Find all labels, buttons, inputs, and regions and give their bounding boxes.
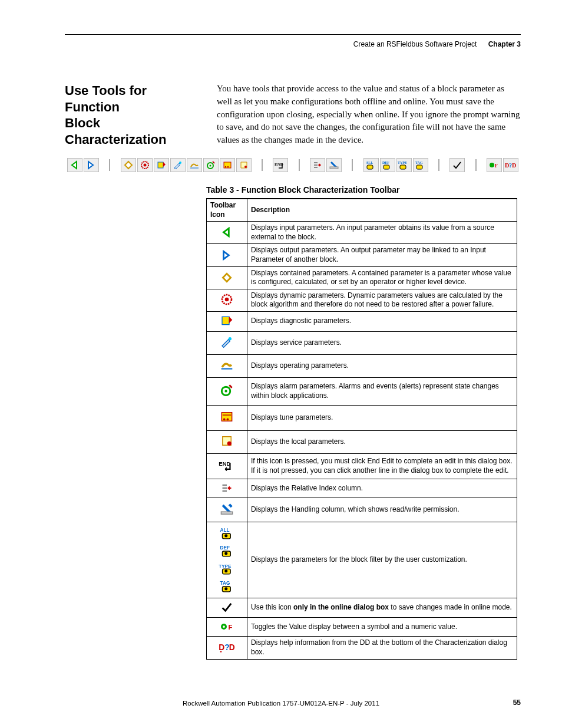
- table-row: Displays the Handling column, which show…: [207, 498, 517, 522]
- filter-all-icon[interactable]: ALL: [363, 158, 379, 172]
- svg-text:D: D: [229, 643, 235, 652]
- svg-text:TYPE: TYPE: [219, 564, 232, 569]
- dynamic-param-icon[interactable]: [137, 158, 153, 172]
- col-header-desc: Description: [247, 199, 517, 222]
- row-desc: Displays the local parameters.: [247, 430, 517, 453]
- svg-point-37: [223, 418, 226, 420]
- header-chapter: Chapter 3: [488, 40, 521, 48]
- svg-point-40: [227, 441, 232, 445]
- svg-rect-23: [416, 165, 422, 169]
- svg-text:TAG: TAG: [415, 161, 423, 164]
- input-param-icon[interactable]: [67, 158, 82, 172]
- row-desc: Toggles the Value display between a symb…: [247, 617, 517, 637]
- filter-tag-icon[interactable]: TAG: [413, 158, 428, 172]
- service-param-icon[interactable]: [170, 158, 186, 172]
- table-row: Displays alarm parameters. Alarms and ev…: [207, 377, 517, 405]
- dd-help-icon: D?D: [218, 640, 236, 655]
- operating-param-icon[interactable]: [187, 158, 202, 172]
- svg-point-3: [179, 162, 181, 164]
- contained-param-icon[interactable]: [121, 158, 136, 172]
- svg-point-64: [220, 651, 222, 653]
- svg-text:DEF: DEF: [382, 161, 389, 164]
- svg-rect-15: [330, 167, 338, 169]
- header-title: Create an RSFieldbus Software Project: [353, 40, 477, 48]
- table-row: D?D Displays help information from the D…: [207, 637, 517, 659]
- output-param-icon[interactable]: [84, 158, 99, 172]
- svg-point-57: [224, 587, 227, 590]
- svg-point-1: [143, 164, 146, 167]
- page-number: 55: [513, 699, 521, 707]
- relative-index-icon[interactable]: [310, 158, 325, 172]
- tune-param-icon: [218, 409, 236, 424]
- svg-point-59: [223, 625, 225, 628]
- section-heading: Use Tools for Function Block Characteriz…: [65, 83, 200, 147]
- alarm-param-icon[interactable]: [203, 158, 219, 172]
- row-desc: Displays dynamic parameters. Dynamic par…: [247, 289, 517, 311]
- relative-index-icon: [218, 480, 236, 496]
- row-desc: Displays alarm parameters. Alarms and ev…: [247, 377, 517, 405]
- table-row: F Toggles the Value display between a sy…: [207, 617, 517, 637]
- svg-rect-31: [222, 317, 229, 324]
- diagnostic-param-icon[interactable]: [154, 158, 169, 172]
- end-edit-icon[interactable]: END: [273, 158, 288, 172]
- table-row: Displays tune parameters.: [207, 405, 517, 430]
- svg-point-51: [224, 552, 227, 555]
- row-desc: Use this icon only in the online dialog …: [247, 598, 517, 618]
- row-desc: Displays the Handling column, which show…: [247, 498, 517, 522]
- contained-param-icon: [218, 270, 236, 285]
- row-desc: Displays help information from the DD at…: [247, 637, 517, 659]
- footer-publication: Rockwell Automation Publication 1757-UM0…: [0, 700, 562, 707]
- alarm-param-icon: [218, 383, 236, 398]
- local-param-icon[interactable]: [236, 158, 252, 172]
- toggle-value-icon: F: [218, 619, 236, 634]
- svg-point-38: [227, 418, 229, 420]
- diagnostic-param-icon: [218, 313, 236, 328]
- intro-paragraph: You have tools that provide access to th…: [217, 83, 521, 147]
- save-online-icon[interactable]: [449, 158, 465, 172]
- table-caption: Table 3 - Function Block Characterizatio…: [206, 185, 521, 195]
- table-row: Displays service parameters.: [207, 331, 517, 354]
- table-row: Displays dynamic parameters. Dynamic par…: [207, 289, 517, 311]
- table-row: ALL DEF TYPE TAG Displays the parameters…: [207, 522, 517, 598]
- save-online-icon: [218, 599, 236, 615]
- table-row: Displays contained parameters. A contain…: [207, 266, 517, 289]
- svg-point-54: [224, 569, 227, 572]
- table-row: Displays input parameters. An input para…: [207, 222, 517, 244]
- table-row: Displays the Relative Index column.: [207, 479, 517, 498]
- svg-text:D: D: [219, 643, 224, 652]
- col-header-icon: Toolbar Icon: [207, 199, 247, 222]
- table-row: Displays diagnostic parameters.: [207, 311, 517, 331]
- svg-text:ALL: ALL: [220, 528, 230, 533]
- svg-text:F: F: [229, 624, 233, 631]
- svg-point-35: [224, 390, 227, 392]
- row-desc: Displays input parameters. An input para…: [247, 222, 517, 244]
- svg-text:END: END: [219, 460, 230, 467]
- filter-tag-icon: TAG: [218, 579, 236, 594]
- row-desc: Displays diagnostic parameters.: [247, 311, 517, 331]
- handling-column-icon[interactable]: [326, 158, 342, 172]
- svg-text:DEF: DEF: [220, 546, 230, 551]
- svg-point-6: [209, 165, 211, 167]
- row-desc: Displays output parameters. An output pa…: [247, 244, 517, 266]
- svg-rect-19: [384, 165, 389, 169]
- table-row: END If this icon is pressed, you must cl…: [207, 453, 517, 479]
- svg-point-24: [490, 163, 494, 167]
- dynamic-param-icon: [218, 292, 236, 307]
- toggle-value-icon[interactable]: F: [487, 158, 502, 172]
- filter-type-icon[interactable]: TYPE: [396, 158, 412, 172]
- svg-point-30: [225, 298, 229, 302]
- table-row: Use this icon only in the online dialog …: [207, 598, 517, 618]
- svg-point-8: [224, 166, 226, 167]
- output-param-icon: [218, 248, 236, 263]
- row-desc: Displays tune parameters.: [247, 405, 517, 430]
- row-desc: If this icon is pressed, you must click …: [247, 453, 517, 479]
- svg-text:TYPE: TYPE: [398, 161, 407, 164]
- dd-help-icon[interactable]: D?D: [503, 158, 518, 172]
- end-edit-icon: END: [218, 457, 236, 473]
- svg-rect-2: [158, 162, 163, 168]
- tune-param-icon[interactable]: [220, 158, 235, 172]
- filter-def-icon[interactable]: DEF: [380, 158, 395, 172]
- row-desc: Displays contained parameters. A contain…: [247, 266, 517, 289]
- running-header: Create an RSFieldbus Software Project Ch…: [353, 40, 521, 48]
- service-param-icon: [218, 334, 236, 350]
